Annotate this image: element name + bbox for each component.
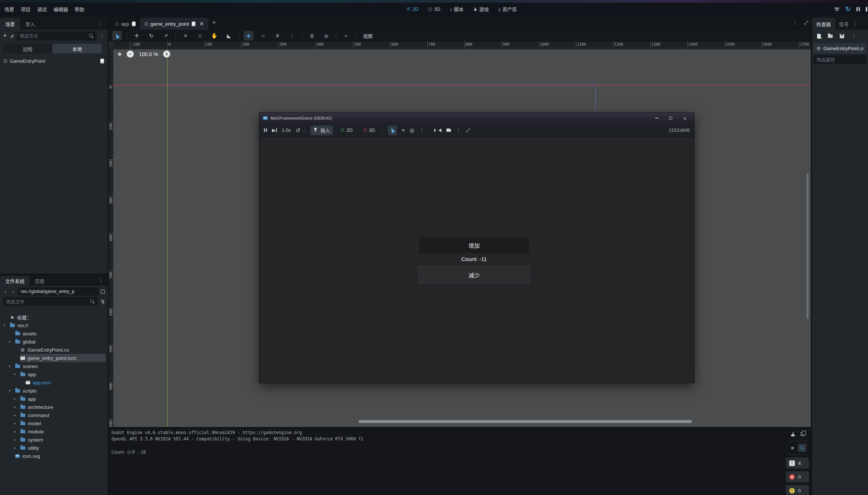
nav-forward-icon[interactable]: ›: [10, 289, 16, 295]
audio-mute-icon[interactable]: [438, 128, 441, 132]
increase-button[interactable]: 增加: [418, 236, 530, 254]
chevron-down-icon[interactable]: ▾: [13, 372, 17, 376]
scene-tree-menu-icon[interactable]: ⋮: [100, 33, 105, 39]
game-window-titlebar[interactable]: MyGFrameworkGame (DEBUG) ×: [259, 113, 694, 124]
fs-item-gameentrypoint-cs[interactable]: ⚙GameEntryPoint.cs: [0, 346, 108, 354]
scene-tree-root-node[interactable]: GameEntryPoint: [0, 56, 108, 65]
local-toggle[interactable]: 本地: [52, 44, 102, 53]
reset-time-scale-icon[interactable]: ↺: [296, 127, 301, 134]
menu-help[interactable]: 帮助: [75, 6, 84, 13]
mode-2d-button[interactable]: 2D: [338, 126, 356, 135]
chevron-down-icon[interactable]: ▾: [2, 323, 7, 327]
canvas-horizontal-scrollbar[interactable]: [359, 420, 692, 423]
menu-project[interactable]: 项目: [21, 6, 30, 13]
search-output-icon[interactable]: [798, 444, 807, 452]
suspend-icon[interactable]: [264, 128, 267, 132]
fullscreen-icon[interactable]: ⤢: [466, 127, 469, 133]
instance-scene-link-icon[interactable]: ∞: [8, 32, 15, 39]
fs-item-scripts[interactable]: ▾scripts: [0, 387, 108, 395]
add-node-icon[interactable]: +: [3, 32, 7, 40]
game-select-tool[interactable]: [388, 126, 397, 135]
workspace-script[interactable]: ♪脚本: [450, 6, 464, 13]
fs-item-system[interactable]: ▸system: [0, 436, 108, 444]
canvas-viewport[interactable]: -100010020030040050060070080090010001100…: [108, 42, 811, 427]
ruler-tool[interactable]: ◣: [224, 31, 234, 40]
zoom-out-icon[interactable]: −: [127, 51, 134, 58]
workspace-game[interactable]: ♟游戏: [473, 6, 489, 13]
restart-icon[interactable]: ↻: [845, 5, 851, 13]
fs-item-global[interactable]: ▾global: [0, 338, 108, 346]
save-resource-icon[interactable]: [840, 34, 844, 38]
load-resource-icon[interactable]: [828, 35, 833, 38]
fs-item-res-root[interactable]: ▾res://: [0, 321, 108, 329]
chevron-right-icon[interactable]: ▸: [13, 397, 17, 401]
copy-output-icon[interactable]: [798, 430, 807, 438]
fs-item-utility[interactable]: ▸utility: [0, 444, 108, 452]
camera-override-icon[interactable]: ◎: [409, 127, 414, 134]
collapse-messages-icon[interactable]: ≡: [788, 444, 797, 452]
chevron-right-icon[interactable]: ▸: [13, 405, 17, 409]
fs-item-model[interactable]: ▸model: [0, 419, 108, 427]
inspected-object-row[interactable]: ⚙ GameEntryPoint.cs: [813, 43, 867, 53]
fs-item-favorites[interactable]: ★收藏：: [0, 313, 108, 321]
fs-item-module[interactable]: ▸module: [0, 427, 108, 436]
fs-item-command[interactable]: ▸command: [0, 411, 108, 419]
zoom-percentage[interactable]: 100.0 %: [139, 51, 158, 57]
filter-nodes-input[interactable]: 筛选节点: [17, 32, 97, 40]
fs-item-icon-svg[interactable]: icon.svg: [0, 452, 108, 460]
filter-properties-input[interactable]: 筛选属性: [813, 55, 867, 64]
chevron-right-icon[interactable]: ▸: [13, 446, 17, 450]
fs-item-assets[interactable]: assets: [0, 329, 108, 338]
chevron-down-icon[interactable]: ▾: [7, 364, 12, 368]
workspace-assetlib[interactable]: ⤓资产库: [499, 6, 517, 13]
grid-snap-toggle[interactable]: ∩: [258, 31, 268, 40]
center-view-icon[interactable]: ✥: [117, 51, 122, 57]
remote-toggle[interactable]: 远程: [3, 44, 52, 53]
tab-filesystem[interactable]: 文件系统: [0, 276, 30, 286]
fs-item-scenes-app[interactable]: ▾app: [0, 370, 108, 378]
current-path-field[interactable]: res://global/game_entry_p: [18, 287, 98, 296]
clear-output-icon[interactable]: [788, 430, 797, 438]
tab-import[interactable]: 导入: [20, 18, 40, 30]
zoom-in-icon[interactable]: +: [163, 51, 170, 58]
nav-back-icon[interactable]: ‹: [3, 289, 8, 295]
inspector-tabs-menu-icon[interactable]: ⋮: [852, 21, 858, 30]
fs-item-architecture[interactable]: ▸architecture: [0, 403, 108, 411]
snap-options-menu-icon[interactable]: ⋮: [287, 31, 297, 40]
new-resource-icon[interactable]: +: [817, 34, 821, 39]
camera-options-menu-icon[interactable]: ⋮: [419, 127, 424, 133]
menu-editor[interactable]: 编辑器: [54, 6, 68, 13]
errors-count-badge[interactable]: ✕ 0: [786, 471, 809, 482]
new-scene-tab-icon[interactable]: +: [212, 19, 216, 27]
scene-dock-menu-icon[interactable]: ⋮: [98, 21, 108, 30]
close-tab-icon[interactable]: ✕: [200, 21, 204, 27]
maximize-button[interactable]: [665, 113, 676, 124]
build-hammer-icon[interactable]: ⚒: [834, 6, 839, 13]
scene-tabs-menu-icon[interactable]: ⋮: [793, 20, 798, 26]
rotate-tool[interactable]: ↻: [146, 31, 156, 40]
chevron-down-icon[interactable]: ▾: [7, 389, 12, 393]
next-frame-icon[interactable]: ▶: [272, 127, 277, 133]
time-scale-value[interactable]: 1.0x: [282, 127, 291, 133]
fs-item-app-tscn[interactable]: app.tscn: [0, 378, 108, 387]
mode-3d-button[interactable]: 3D: [360, 126, 378, 135]
chevron-right-icon[interactable]: ▸: [13, 438, 17, 442]
workspace-3d[interactable]: ⬡3D: [428, 6, 440, 12]
chevron-right-icon[interactable]: ▸: [13, 430, 17, 433]
pivot-tool[interactable]: ⊕: [195, 31, 205, 40]
messages-count-badge[interactable]: ! 4: [786, 457, 809, 469]
tab-signals[interactable]: 信号: [835, 18, 852, 30]
scene-tab-game-entry-point[interactable]: game_entry_point ✕: [140, 18, 208, 30]
sort-files-icon[interactable]: ⇅: [101, 299, 105, 305]
fs-item-scripts-app[interactable]: ▸app: [0, 395, 108, 403]
move-tool[interactable]: ✛: [132, 31, 142, 40]
embed-options-menu-icon[interactable]: ⋮: [456, 127, 461, 133]
fs-item-scenes[interactable]: ▾scenes: [0, 362, 108, 370]
group-object-tool[interactable]: ▣: [321, 31, 331, 40]
expand-viewport-icon[interactable]: ⤢: [804, 20, 808, 26]
pan-tool[interactable]: ✋: [210, 31, 219, 40]
inspector-menu-icon[interactable]: ⋮: [851, 33, 856, 39]
scale-tool[interactable]: ↗: [161, 31, 171, 40]
list-select-tool[interactable]: ≡: [181, 31, 190, 40]
embed-game-icon[interactable]: [446, 128, 451, 132]
